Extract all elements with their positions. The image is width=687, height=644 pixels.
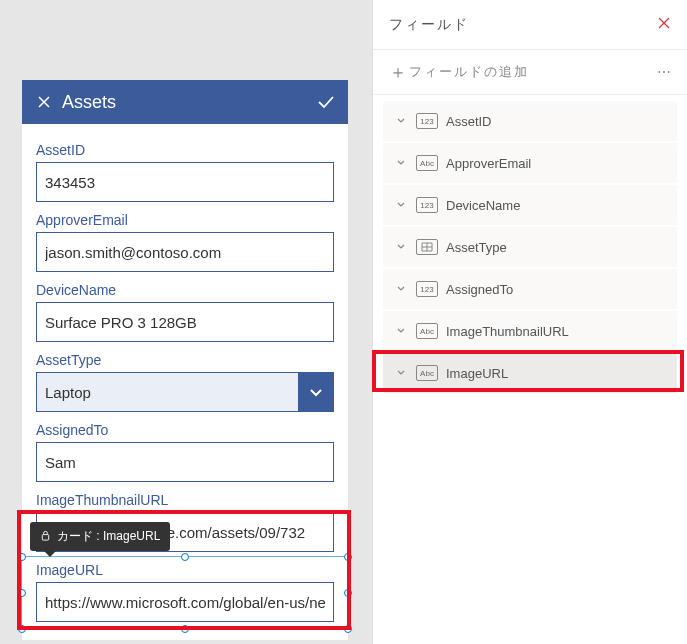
selection-outline <box>22 557 348 629</box>
tree-item-devicename[interactable]: 123DeviceName <box>383 185 677 225</box>
check-icon[interactable] <box>314 90 338 114</box>
resize-handle[interactable] <box>18 625 26 633</box>
resize-handle[interactable] <box>344 553 352 561</box>
chevron-down-icon <box>396 200 408 210</box>
chevron-down-icon <box>396 368 408 378</box>
add-field-row[interactable]: ＋ フィールドの追加 ⋯ <box>373 50 687 95</box>
tree-item-assignedto[interactable]: 123AssignedTo <box>383 269 677 309</box>
tree-item-label: AssetID <box>446 114 492 129</box>
lock-icon <box>40 530 51 544</box>
tree-item-assettype[interactable]: AssetType <box>383 227 677 267</box>
chevron-down-icon <box>396 242 408 252</box>
select-assettype[interactable] <box>36 372 334 412</box>
label-thumburl: ImageThumbnailURL <box>36 492 334 508</box>
label-assignedto: AssignedTo <box>36 422 334 438</box>
resize-handle[interactable] <box>18 589 26 597</box>
type-badge: Abc <box>416 155 438 171</box>
input-approveremail[interactable] <box>36 232 334 272</box>
label-approveremail: ApproverEmail <box>36 212 334 228</box>
form-title: Assets <box>56 92 314 113</box>
add-field-label: フィールドの追加 <box>409 63 657 81</box>
input-assignedto[interactable] <box>36 442 334 482</box>
tree-item-label: ImageThumbnailURL <box>446 324 569 339</box>
tree-item-label: ApproverEmail <box>446 156 531 171</box>
resize-handle[interactable] <box>344 589 352 597</box>
resize-handle[interactable] <box>181 625 189 633</box>
plus-icon: ＋ <box>389 60 409 84</box>
svg-rect-0 <box>42 534 48 540</box>
chevron-down-icon[interactable] <box>298 372 334 412</box>
resize-handle[interactable] <box>181 553 189 561</box>
tree-item-label: AssetType <box>446 240 507 255</box>
close-icon[interactable] <box>657 16 671 34</box>
chevron-down-icon <box>396 284 408 294</box>
type-badge <box>416 239 438 255</box>
panel-header: フィールド <box>373 0 687 50</box>
panel-title: フィールド <box>389 16 657 34</box>
field-assignedto: AssignedTo <box>36 422 334 482</box>
resize-handle[interactable] <box>344 625 352 633</box>
tree-item-approveremail[interactable]: AbcApproverEmail <box>383 143 677 183</box>
chevron-down-icon <box>396 326 408 336</box>
type-badge: 123 <box>416 197 438 213</box>
resize-handle[interactable] <box>18 553 26 561</box>
tree-item-label: ImageURL <box>446 366 508 381</box>
tooltip-text: カード : ImageURL <box>57 528 160 545</box>
tree-item-label: AssignedTo <box>446 282 513 297</box>
chevron-down-icon <box>396 116 408 126</box>
more-icon[interactable]: ⋯ <box>657 64 671 80</box>
field-tree: 123AssetIDAbcApproverEmail123DeviceNameA… <box>373 95 687 401</box>
field-assetid: AssetID <box>36 142 334 202</box>
type-badge: Abc <box>416 323 438 339</box>
form-header: Assets <box>22 80 348 124</box>
type-badge: 123 <box>416 281 438 297</box>
tree-item-label: DeviceName <box>446 198 520 213</box>
field-devicename: DeviceName <box>36 282 334 342</box>
tree-item-imagethumbnailurl[interactable]: AbcImageThumbnailURL <box>383 311 677 351</box>
input-assetid[interactable] <box>36 162 334 202</box>
chevron-down-icon <box>396 158 408 168</box>
type-badge: Abc <box>416 365 438 381</box>
fields-panel: フィールド ＋ フィールドの追加 ⋯ 123AssetIDAbcApprover… <box>372 0 687 644</box>
close-icon[interactable] <box>32 90 56 114</box>
label-devicename: DeviceName <box>36 282 334 298</box>
tooltip-card: カード : ImageURL <box>30 522 170 551</box>
tree-item-assetid[interactable]: 123AssetID <box>383 101 677 141</box>
canvas-area: Assets AssetID ApproverEmail DeviceName … <box>0 0 372 644</box>
field-assettype: AssetType <box>36 352 334 412</box>
type-badge: 123 <box>416 113 438 129</box>
label-assettype: AssetType <box>36 352 334 368</box>
field-approveremail: ApproverEmail <box>36 212 334 272</box>
tree-item-imageurl[interactable]: AbcImageURL <box>383 353 677 393</box>
label-assetid: AssetID <box>36 142 334 158</box>
input-devicename[interactable] <box>36 302 334 342</box>
